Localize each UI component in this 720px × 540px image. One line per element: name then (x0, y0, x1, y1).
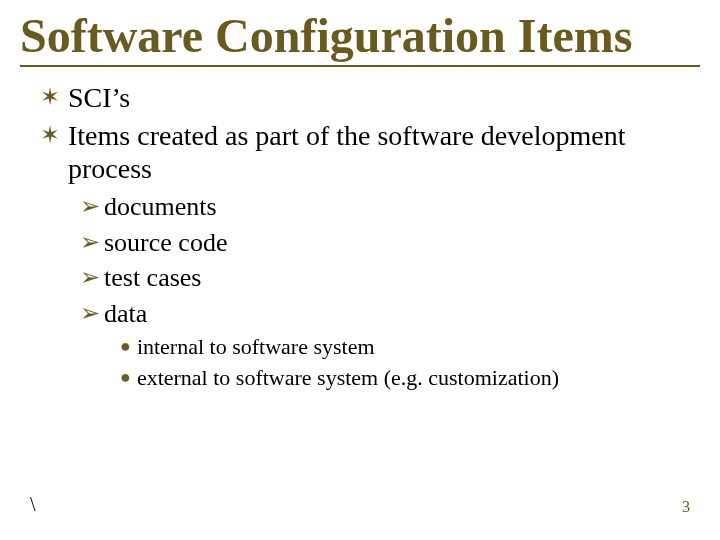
bullet-l2-text: test cases (104, 261, 201, 295)
page-number: 3 (682, 498, 690, 516)
bullet-l2-item: ➢ documents (0, 190, 720, 224)
bullet-l1-text: Items created as part of the software de… (68, 119, 680, 186)
bullet-l2-text: documents (104, 190, 217, 224)
bullet-l3-text: internal to software system (137, 333, 375, 362)
arrow-icon: ➢ (80, 297, 100, 331)
bullet-l2-text: source code (104, 226, 227, 260)
bullet-l1-item: ✶ Items created as part of the software … (0, 119, 720, 186)
slide-title: Software Configuration Items (0, 0, 720, 65)
title-underline (20, 65, 700, 67)
bullet-l3-item: ● internal to software system (0, 333, 720, 362)
bullet-l2-item: ➢ data (0, 297, 720, 331)
bullet-l2-item: ➢ test cases (0, 261, 720, 295)
bullet-l3-item: ● external to software system (e.g. cust… (0, 364, 720, 393)
star-icon: ✶ (40, 119, 60, 153)
arrow-icon: ➢ (80, 226, 100, 260)
arrow-icon: ➢ (80, 190, 100, 224)
bullet-l3-text: external to software system (e.g. custom… (137, 364, 559, 393)
bullet-l2-text: data (104, 297, 147, 331)
star-icon: ✶ (40, 81, 60, 115)
bullet-l1-text: SCI’s (68, 81, 130, 115)
footer-mark: \ (30, 493, 36, 516)
arrow-icon: ➢ (80, 261, 100, 295)
bullet-l2-item: ➢ source code (0, 226, 720, 260)
bullet-l1-item: ✶ SCI’s (0, 81, 720, 115)
dot-icon: ● (120, 333, 131, 360)
dot-icon: ● (120, 364, 131, 391)
